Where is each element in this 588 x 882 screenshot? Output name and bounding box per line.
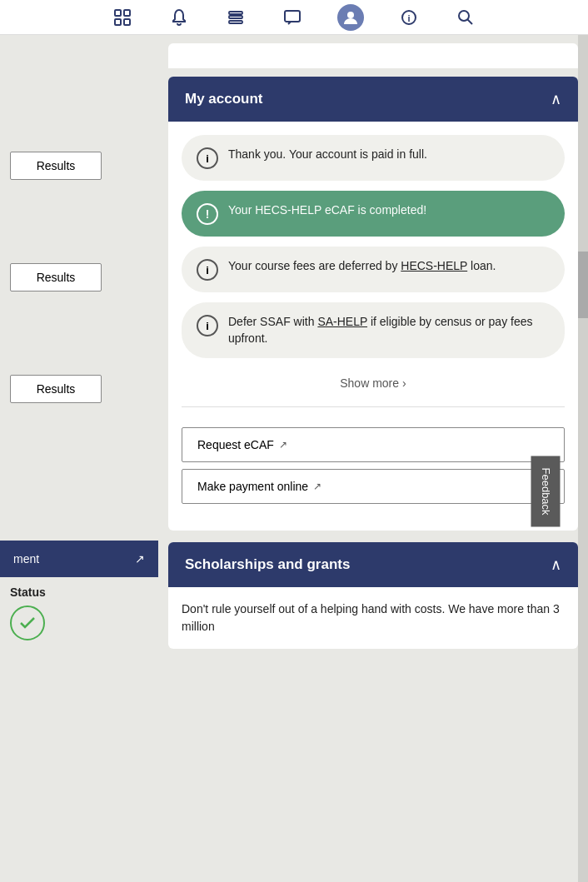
left-sidebar: Results Results Results ment ↗ Status xyxy=(0,35,158,882)
sidebar-bottom-card[interactable]: ment ↗ xyxy=(0,541,158,577)
divider xyxy=(182,406,565,407)
main-content: My account ∧ i Thank you. Your account i… xyxy=(158,35,588,882)
results-list: Results Results Results xyxy=(0,35,158,411)
notification-deferred-text: Your course fees are deferred by HECS-HE… xyxy=(228,258,496,275)
notification-deferred: i Your course fees are deferred by HECS-… xyxy=(182,247,565,292)
svg-text:i: i xyxy=(407,13,410,23)
scholarships-card: Scholarships and grants ∧ Don't rule you… xyxy=(168,542,578,649)
request-ecaf-button[interactable]: Request eCAF ↗ xyxy=(182,427,565,462)
notification-ssaf-text: Defer SSAF with SA-HELP if eligible by c… xyxy=(228,314,550,346)
external-link-icon: ↗ xyxy=(135,552,145,566)
account-body: i Thank you. Your account is paid in ful… xyxy=(168,122,578,531)
scholarships-text: Don't rule yourself out of a helping han… xyxy=(182,600,565,635)
status-section: Status xyxy=(0,577,158,640)
notification-paid-text: Thank you. Your account is paid in full. xyxy=(228,147,427,163)
show-more-row: Show more › xyxy=(182,368,565,393)
top-nav: i xyxy=(0,0,588,35)
svg-rect-6 xyxy=(229,21,242,23)
my-account-title: My account xyxy=(185,91,263,107)
make-payment-button[interactable]: Make payment online ↗ xyxy=(182,469,565,504)
info-icon-paid: i xyxy=(197,147,218,169)
scholarships-title: Scholarships and grants xyxy=(185,556,350,573)
action-buttons: Request eCAF ↗ Make payment online ↗ xyxy=(182,427,565,517)
external-icon-ecaf: ↗ xyxy=(279,439,287,451)
status-label: Status xyxy=(10,586,148,599)
scholarships-header[interactable]: Scholarships and grants ∧ xyxy=(168,542,578,587)
sidebar-bottom-label: ment xyxy=(13,552,39,566)
search-icon[interactable] xyxy=(454,6,477,29)
scholarships-body: Don't rule yourself out of a helping han… xyxy=(168,587,578,649)
chevron-right-icon: › xyxy=(402,376,406,390)
show-more-button[interactable]: Show more › xyxy=(340,376,406,390)
my-account-card: My account ∧ i Thank you. Your account i… xyxy=(168,77,578,531)
results-button-2[interactable]: Results xyxy=(10,263,102,292)
notification-paid: i Thank you. Your account is paid in ful… xyxy=(182,135,565,181)
svg-rect-0 xyxy=(115,10,121,16)
exclaim-icon-hecs: ! xyxy=(197,203,218,225)
svg-point-8 xyxy=(347,12,354,18)
results-button-3[interactable]: Results xyxy=(10,375,102,403)
make-payment-label: Make payment online xyxy=(197,480,308,493)
sidebar-bottom: ment ↗ Status xyxy=(0,541,158,640)
top-card-partial xyxy=(168,43,578,68)
request-ecaf-label: Request eCAF xyxy=(197,438,274,451)
svg-rect-2 xyxy=(115,19,121,25)
external-icon-payment: ↗ xyxy=(313,481,321,492)
scrollbar-track xyxy=(578,35,588,882)
svg-rect-5 xyxy=(229,16,242,18)
my-account-header[interactable]: My account ∧ xyxy=(168,77,578,122)
info-circle-icon[interactable]: i xyxy=(397,6,421,29)
results-button-1[interactable]: Results xyxy=(10,152,102,180)
show-more-label: Show more xyxy=(340,376,399,390)
svg-rect-7 xyxy=(285,11,300,22)
info-icon-deferred: i xyxy=(197,259,218,281)
avatar[interactable] xyxy=(337,4,364,31)
notification-ssaf: i Defer SSAF with SA-HELP if eligible by… xyxy=(182,302,565,358)
svg-rect-1 xyxy=(124,10,130,16)
info-icon-ssaf: i xyxy=(197,315,218,336)
feedback-tab[interactable]: Feedback xyxy=(531,456,560,527)
collapse-icon: ∧ xyxy=(551,90,561,108)
status-check-icon xyxy=(10,605,45,640)
svg-point-11 xyxy=(459,11,469,21)
notification-hecs: ! Your HECS-HELP eCAF is completed! xyxy=(182,191,565,237)
bell-icon[interactable] xyxy=(167,6,191,29)
scrollbar-thumb[interactable] xyxy=(578,252,588,318)
scholarships-collapse-icon: ∧ xyxy=(551,556,561,574)
chat-icon[interactable] xyxy=(281,6,304,29)
svg-rect-3 xyxy=(124,19,130,25)
notification-hecs-text: Your HECS-HELP eCAF is completed! xyxy=(228,202,426,219)
layers-icon[interactable] xyxy=(224,6,247,29)
grid-icon[interactable] xyxy=(111,6,134,29)
svg-line-12 xyxy=(468,19,473,24)
svg-rect-4 xyxy=(229,12,242,14)
